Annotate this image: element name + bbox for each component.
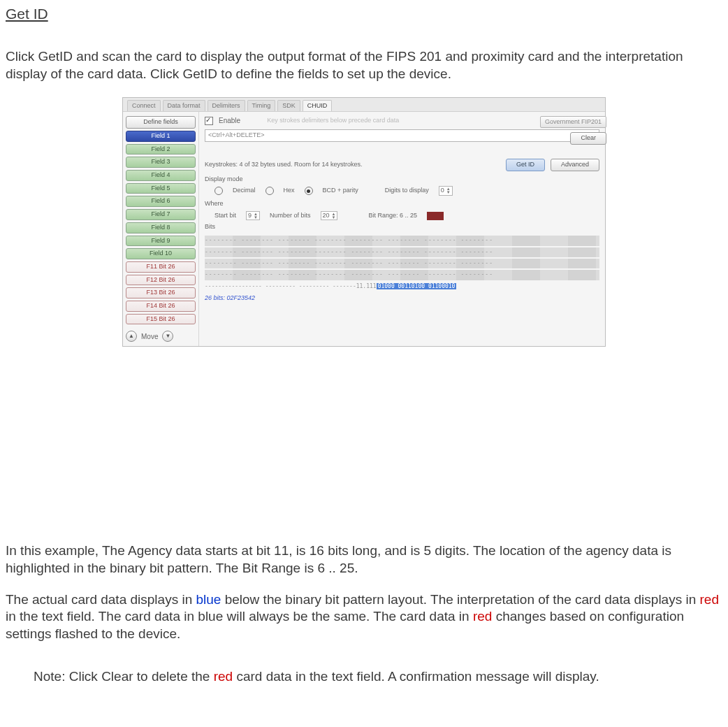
digits-spinner[interactable]: 0▲▼ <box>439 186 453 196</box>
explanation-paragraph: The actual card data displays in blue be… <box>6 591 722 643</box>
numbits-spinner[interactable]: 20▲▼ <box>321 211 338 221</box>
field-7[interactable]: Field 7 <box>126 209 196 220</box>
field-10[interactable]: Field 10 <box>126 248 196 259</box>
enable-checkbox[interactable] <box>205 117 213 125</box>
field-14[interactable]: F14 Bit 26 <box>126 301 196 312</box>
note-b: card data in the text field. A confirmat… <box>233 669 599 684</box>
tab-delimiters[interactable]: Delimiters <box>208 100 245 112</box>
p3-b: below the binary bit pattern layout. The… <box>221 592 699 607</box>
bits-label: Bits <box>205 223 599 231</box>
p3-c: in the text field. The card data in blue… <box>6 609 473 624</box>
enable-label: Enable <box>219 116 240 125</box>
clear-button[interactable]: Clear <box>570 132 606 145</box>
get-id-button[interactable]: Get ID <box>506 159 545 171</box>
card-type-tab[interactable]: Government FIP201 <box>540 116 606 129</box>
example-paragraph: In this example, The Agency data starts … <box>6 542 722 577</box>
intro-paragraph: Click GetID and scan the card to display… <box>6 48 722 82</box>
radio-bcd[interactable] <box>305 187 313 195</box>
tab-chuid[interactable]: CHUID <box>303 100 333 112</box>
range-flag-icon <box>427 212 444 220</box>
section-heading: Get ID <box>6 4 722 23</box>
field-11[interactable]: F11 Bit 26 <box>126 261 196 273</box>
field-list: Define fields Field 1 Field 2 Field 3 Fi… <box>123 112 199 346</box>
startbit-label: Start bit <box>214 212 236 220</box>
field-3[interactable]: Field 3 <box>126 157 196 168</box>
move-up-icon[interactable]: ▲ <box>126 331 137 342</box>
note-paragraph: Note: Click Clear to delete the red card… <box>6 668 722 686</box>
note-a: Note: Click Clear to delete the <box>34 669 214 684</box>
field-12[interactable]: F12 Bit 26 <box>126 275 196 286</box>
bit-data-plain: ----------------- --------- --------- --… <box>205 283 377 289</box>
radio-bcd-label: BCD + parity <box>323 187 358 195</box>
field-5[interactable]: Field 5 <box>126 183 196 194</box>
field-2[interactable]: Field 2 <box>126 144 196 155</box>
keystroke-hint: Key strokes delimiters below precede car… <box>267 117 399 125</box>
field-9[interactable]: Field 9 <box>126 236 196 247</box>
move-down-icon[interactable]: ▼ <box>162 331 173 342</box>
move-label: Move <box>141 332 158 341</box>
p3-blue: blue <box>196 592 221 607</box>
field-13[interactable]: F13 Bit 26 <box>126 287 196 298</box>
field-4[interactable]: Field 4 <box>126 170 196 181</box>
p3-red2: red <box>473 609 492 624</box>
numbits-label: Number of bits <box>270 212 311 220</box>
bits-footnote: 26 bits: 02F23542 <box>205 294 599 303</box>
note-red: red <box>214 669 233 684</box>
field-1[interactable]: Field 1 <box>126 131 196 142</box>
app-screenshot: Connect Data format Delimiters Timing SD… <box>122 97 606 347</box>
tab-sdk[interactable]: SDK <box>277 100 300 112</box>
display-mode-label: Display mode <box>205 175 599 184</box>
bit-grid: -------- -------- -------- -------- ----… <box>205 236 599 291</box>
p3-a: The actual card data displays in <box>6 592 196 607</box>
p3-red1: red <box>700 592 719 607</box>
bitrange-label: Bit Range: 6 .. 25 <box>368 212 417 220</box>
where-label: Where <box>205 200 599 208</box>
keystroke-info: Keystrokes: 4 of 32 bytes used. Room for… <box>205 161 500 169</box>
field-8[interactable]: Field 8 <box>126 222 196 233</box>
tab-strip: Connect Data format Delimiters Timing SD… <box>123 98 605 113</box>
radio-hex[interactable] <box>265 187 274 195</box>
radio-decimal-label: Decimal <box>233 187 256 195</box>
tab-data-format[interactable]: Data format <box>163 100 205 112</box>
advanced-button[interactable]: Advanced <box>551 159 599 171</box>
digits-label: Digits to display <box>385 187 429 195</box>
startbit-spinner[interactable]: 9▲▼ <box>246 211 260 221</box>
tab-connect[interactable]: Connect <box>127 100 161 112</box>
define-fields-button[interactable]: Define fields <box>126 116 196 129</box>
tab-timing[interactable]: Timing <box>247 100 276 112</box>
field-15[interactable]: F15 Bit 26 <box>126 314 196 325</box>
field-6[interactable]: Field 6 <box>126 196 196 207</box>
bit-data-highlight: 01000 00110100 01100010 <box>377 283 457 289</box>
radio-decimal[interactable] <box>214 187 223 195</box>
radio-hex-label: Hex <box>284 187 295 195</box>
